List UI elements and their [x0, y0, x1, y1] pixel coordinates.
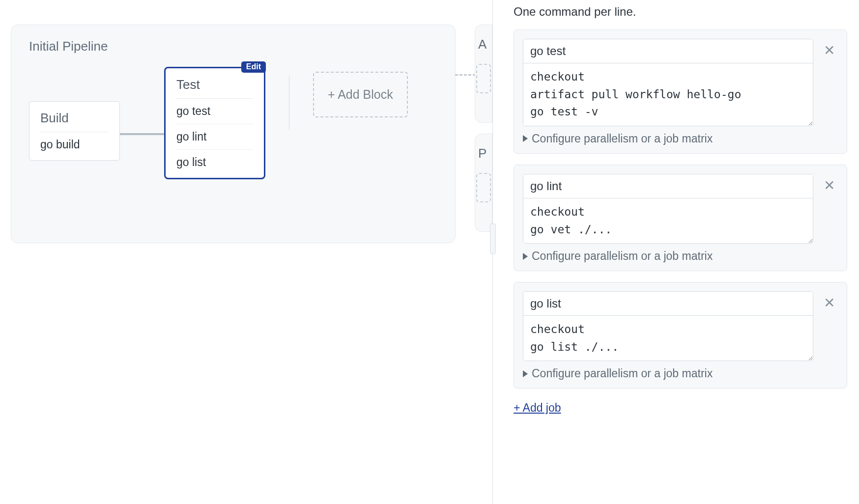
peek-dashed-box	[476, 64, 491, 93]
chevron-right-icon	[523, 135, 528, 142]
remove-job-button[interactable]: ✕	[821, 176, 838, 196]
list-item: go lint	[176, 124, 253, 150]
parallelism-label: Configure parallelism or a job matrix	[532, 367, 713, 380]
blocks-row: Build go build Edit Test go test go lint…	[29, 67, 437, 179]
chevron-right-icon	[523, 370, 528, 377]
parallelism-toggle[interactable]: Configure parallelism or a job matrix	[523, 132, 838, 145]
peek-label: A	[478, 37, 487, 52]
block-divider	[289, 76, 289, 130]
peek-card-p: P	[475, 134, 492, 232]
job-commands-input[interactable]	[523, 198, 813, 243]
block-connector	[120, 133, 164, 135]
job-name-input[interactable]	[523, 292, 813, 316]
job-card: ✕ Configure parallelism or a job matrix	[514, 29, 847, 154]
pipeline-canvas: Initial Pipeline Build go build Edit Tes…	[0, 0, 494, 504]
job-editor	[523, 174, 813, 244]
job-editor	[523, 291, 813, 361]
peek-dashed-box	[476, 173, 491, 202]
list-item: go test	[176, 99, 253, 124]
list-item: go list	[176, 150, 253, 169]
peek-cards: A P	[475, 25, 492, 243]
job-card: ✕ Configure parallelism or a job matrix	[514, 282, 847, 389]
job-commands-input[interactable]	[523, 316, 813, 361]
parallelism-toggle[interactable]: Configure parallelism or a job matrix	[523, 367, 838, 380]
jobs-panel: One command per line. ✕ Configure parall…	[492, 0, 859, 504]
job-commands-input[interactable]	[523, 63, 813, 126]
list-item: go build	[40, 132, 109, 151]
job-name-input[interactable]	[523, 39, 813, 63]
block-build[interactable]: Build go build	[29, 101, 120, 161]
parallelism-toggle[interactable]: Configure parallelism or a job matrix	[523, 250, 838, 263]
block-test[interactable]: Edit Test go test go lint go list	[164, 67, 265, 179]
remove-job-button[interactable]: ✕	[821, 41, 838, 60]
add-block-button[interactable]: + Add Block	[313, 72, 408, 117]
remove-job-button[interactable]: ✕	[821, 293, 838, 313]
close-icon: ✕	[824, 178, 835, 193]
panel-grab-handle[interactable]	[490, 224, 496, 254]
peek-label: P	[478, 146, 487, 161]
close-icon: ✕	[824, 43, 835, 58]
parallelism-label: Configure parallelism or a job matrix	[532, 132, 713, 145]
pipeline-card: Initial Pipeline Build go build Edit Tes…	[11, 25, 456, 243]
edit-badge: Edit	[241, 61, 266, 73]
parallelism-label: Configure parallelism or a job matrix	[532, 250, 713, 263]
peek-card-a: A	[475, 25, 492, 123]
pipeline-title: Initial Pipeline	[29, 39, 437, 54]
job-editor	[523, 39, 813, 126]
job-name-input[interactable]	[523, 174, 813, 198]
close-icon: ✕	[824, 295, 835, 310]
add-job-link[interactable]: + Add job	[514, 401, 561, 415]
block-build-title: Build	[40, 111, 109, 132]
job-card: ✕ Configure parallelism or a job matrix	[514, 165, 847, 271]
block-test-title: Test	[176, 77, 253, 99]
panel-hint: One command per line.	[514, 5, 847, 19]
chevron-right-icon	[523, 253, 528, 260]
